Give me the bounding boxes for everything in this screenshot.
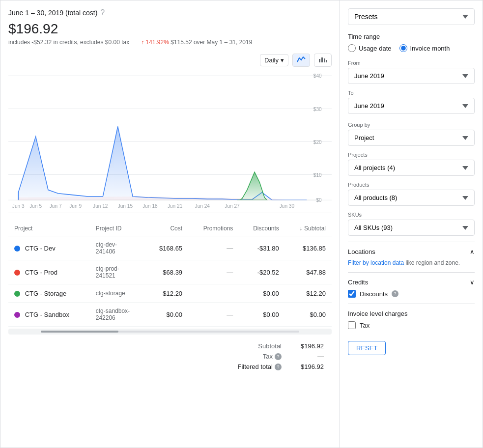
invoice-month-radio[interactable]: [399, 44, 407, 52]
invoice-charges-title: Invoice level charges: [348, 310, 475, 317]
to-select[interactable]: June 2019: [348, 98, 475, 114]
credits-title: Credits: [348, 279, 368, 286]
tax-help-icon[interactable]: ?: [275, 353, 282, 360]
project-name-0: CTG - Dev: [25, 245, 56, 252]
group-by-select[interactable]: Project: [348, 130, 475, 146]
svg-text:$20: $20: [313, 140, 322, 145]
cell-discounts-3: $0.00: [239, 303, 284, 327]
table-row: CTG - Storage ctg-storage $12.20 — $0.00…: [8, 284, 332, 303]
line-chart-btn[interactable]: [292, 54, 310, 67]
svg-rect-0: [319, 59, 320, 62]
cell-project-3: CTG - Sandbox: [8, 303, 90, 327]
total-cost-value: $196.92: [8, 21, 332, 37]
date-range-text: June 1 – 30, 2019 (total cost): [8, 9, 97, 17]
help-icon[interactable]: ?: [100, 8, 105, 17]
usage-date-radio[interactable]: [348, 44, 356, 52]
usage-date-label: Usage date: [359, 45, 392, 52]
sidebar: Presets Time range Usage date Invoice mo…: [340, 0, 483, 448]
subtotal-row: Subtotal $196.92: [8, 342, 324, 350]
scrollbar-hint[interactable]: [8, 329, 332, 335]
tax-value: —: [289, 353, 324, 360]
svg-rect-1: [321, 57, 323, 62]
products-select[interactable]: All products (8): [348, 190, 475, 206]
credits-header[interactable]: Credits ∨: [348, 279, 475, 286]
skus-label: SKUs: [348, 212, 475, 218]
invoice-charges-section: Invoice level charges Tax: [348, 304, 475, 335]
app-container: June 1 – 30, 2019 (total cost) ? $196.92…: [0, 0, 483, 448]
reset-button[interactable]: RESET: [348, 341, 386, 355]
credits-note: includes -$52.32 in credits, excludes $0…: [8, 39, 129, 46]
skus-field: SKUs All SKUs (93): [348, 212, 475, 236]
cell-cost-0: $168.65: [146, 236, 189, 260]
credits-collapse-icon: ∨: [470, 279, 475, 286]
locations-section: Locations ∧ Filter by location data like…: [348, 242, 475, 272]
cell-project-0: CTG - Dev: [8, 236, 90, 260]
locations-body: Filter by location data like region and …: [348, 255, 475, 266]
discounts-label: Discounts: [360, 290, 388, 298]
cost-header: June 1 – 30, 2019 (total cost) ? $196.92…: [8, 8, 332, 46]
group-by-field: Group by Project: [348, 122, 475, 146]
svg-rect-2: [324, 58, 325, 62]
invoice-month-label: Invoice month: [410, 45, 450, 52]
cell-promotions-1: —: [188, 260, 239, 284]
invoice-month-option[interactable]: Invoice month: [399, 44, 450, 52]
svg-text:$40: $40: [313, 73, 322, 79]
svg-text:Jun 21: Jun 21: [168, 203, 183, 209]
from-field: From June 2019: [348, 60, 475, 84]
date-title: June 1 – 30, 2019 (total cost) ?: [8, 8, 332, 17]
skus-select[interactable]: All SKUs (93): [348, 220, 475, 236]
svg-text:Jun 5: Jun 5: [29, 203, 42, 209]
projects-field: Projects All projects (4): [348, 152, 475, 176]
subtotal-label: Subtotal: [258, 342, 282, 350]
cell-project-1: CTG - Prod: [8, 260, 90, 284]
svg-text:$0: $0: [316, 197, 322, 203]
usage-date-option[interactable]: Usage date: [348, 44, 392, 52]
tax-checkbox[interactable]: [348, 321, 356, 329]
chart-svg: $40 $30 $20 $10 $0: [8, 71, 332, 213]
project-dot-0: [14, 246, 20, 252]
locations-title: Locations: [348, 248, 375, 255]
table-header-row: Project Project ID Cost Promotions Disco…: [8, 221, 332, 236]
subtotal-value: $196.92: [289, 342, 324, 350]
cell-cost-3: $0.00: [146, 303, 189, 327]
chart-area: $40 $30 $20 $10 $0: [8, 71, 332, 213]
project-dot-2: [14, 291, 20, 297]
main-panel: June 1 – 30, 2019 (total cost) ? $196.92…: [0, 0, 340, 448]
from-select[interactable]: June 2019: [348, 68, 475, 84]
cell-discounts-1: -$20.52: [239, 260, 284, 284]
presets-select[interactable]: Presets: [348, 8, 475, 25]
filtered-total-help-icon[interactable]: ?: [275, 364, 282, 370]
cell-project-id-1: ctg-prod-241521: [90, 260, 146, 284]
locations-filter-link[interactable]: Filter by location data: [348, 259, 404, 266]
cell-project-id-0: ctg-dev-241406: [90, 236, 146, 260]
discounts-item: Discounts ?: [348, 290, 475, 298]
project-name-1: CTG - Prod: [25, 269, 57, 276]
svg-text:Jun 30: Jun 30: [280, 203, 295, 209]
svg-text:Jun 18: Jun 18: [142, 203, 158, 209]
cost-meta: includes -$52.32 in credits, excludes $0…: [8, 39, 332, 46]
discounts-checkbox[interactable]: [348, 290, 356, 298]
locations-header[interactable]: Locations ∧: [348, 248, 475, 255]
bar-chart-btn[interactable]: [314, 54, 332, 67]
discounts-help-icon[interactable]: ?: [392, 290, 398, 297]
daily-select[interactable]: Daily ▾: [260, 54, 288, 66]
locations-filter-suffix: like region and zone.: [404, 259, 460, 266]
products-field: Products All products (8): [348, 182, 475, 206]
group-by-label: Group by: [348, 122, 475, 128]
from-label: From: [348, 60, 475, 66]
table-row: CTG - Dev ctg-dev-241406 $168.65 — -$31.…: [8, 236, 332, 260]
svg-text:$10: $10: [313, 172, 322, 178]
col-discounts: Discounts: [239, 221, 284, 236]
time-range-section: Time range Usage date Invoice month From…: [348, 33, 475, 114]
time-range-radio-group: Usage date Invoice month: [348, 44, 475, 52]
locations-collapse-icon: ∧: [470, 248, 475, 255]
tax-item: Tax: [348, 321, 475, 329]
sort-icon: ↓: [299, 225, 302, 232]
cell-discounts-2: $0.00: [239, 284, 284, 303]
filtered-total-label-wrap: Filtered total ?: [237, 363, 282, 370]
filtered-total-label: Filtered total: [237, 363, 273, 370]
cell-subtotal-1: $47.88: [285, 260, 332, 284]
project-name-2: CTG - Storage: [25, 290, 67, 297]
projects-select[interactable]: All projects (4): [348, 160, 475, 176]
cell-project-id-2: ctg-storage: [90, 284, 146, 303]
